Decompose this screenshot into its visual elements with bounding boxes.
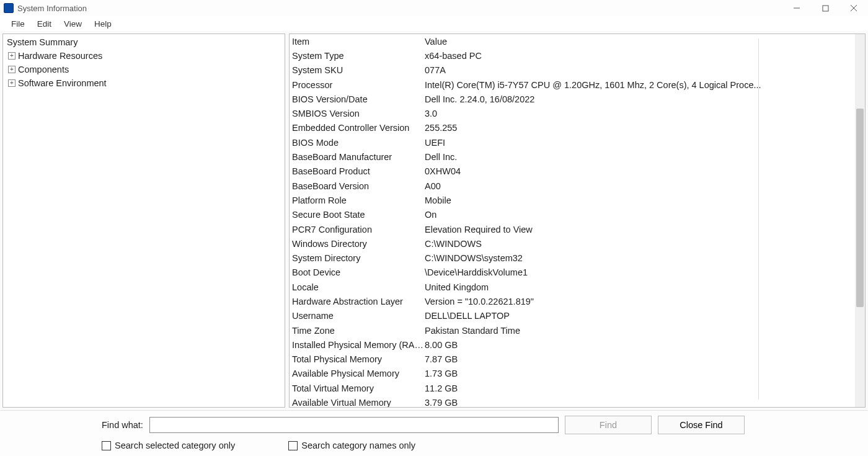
titlebar[interactable]: System Information bbox=[0, 0, 868, 16]
find-bar: Find what: Find Close Find Search select… bbox=[0, 410, 868, 456]
tree-item-software-environment[interactable]: + Software Environment bbox=[3, 76, 285, 90]
grid-row[interactable]: BaseBoard ManufacturerDell Inc. bbox=[290, 150, 855, 164]
column-header-item[interactable]: Item bbox=[290, 37, 425, 47]
grid-row[interactable]: PCR7 ConfigurationElevation Required to … bbox=[290, 222, 855, 236]
cell-item: Windows Directory bbox=[290, 239, 425, 249]
menu-file[interactable]: File bbox=[5, 18, 31, 30]
cell-value: 0XHW04 bbox=[425, 166, 855, 176]
grid-header-row[interactable]: Item Value bbox=[290, 34, 855, 48]
tree-item-system-summary[interactable]: System Summary bbox=[3, 35, 285, 49]
checkbox-selected-category[interactable]: Search selected category only bbox=[102, 440, 235, 450]
tree-label: Software Environment bbox=[18, 78, 107, 88]
cell-item: SMBIOS Version bbox=[290, 109, 425, 118]
vertical-scrollbar[interactable] bbox=[855, 34, 865, 407]
cell-item: Embedded Controller Version bbox=[290, 123, 425, 133]
expand-icon[interactable]: + bbox=[8, 66, 16, 73]
find-input[interactable] bbox=[149, 417, 559, 433]
category-tree[interactable]: System Summary + Hardware Resources + Co… bbox=[2, 34, 285, 408]
menu-view[interactable]: View bbox=[58, 18, 88, 30]
column-header-value[interactable]: Value bbox=[425, 37, 855, 47]
cell-value: Dell Inc. bbox=[425, 152, 855, 162]
minimize-button[interactable] bbox=[782, 0, 811, 16]
cell-value: UEFI bbox=[425, 138, 855, 148]
cell-value: 1.73 GB bbox=[425, 369, 855, 378]
grid-row[interactable]: Installed Physical Memory (RAM)8.00 GB bbox=[290, 338, 855, 352]
find-button[interactable]: Find bbox=[565, 416, 652, 434]
grid-row[interactable]: System Typex64-based PC bbox=[290, 48, 855, 63]
tree-item-hardware-resources[interactable]: + Hardware Resources bbox=[3, 49, 285, 63]
menubar: File Edit View Help bbox=[0, 16, 868, 31]
grid-row[interactable]: BaseBoard VersionA00 bbox=[290, 179, 855, 193]
cell-value: Pakistan Standard Time bbox=[425, 326, 855, 336]
checkbox-icon bbox=[288, 441, 298, 450]
cell-item: Secure Boot State bbox=[290, 210, 425, 220]
app-icon bbox=[4, 3, 14, 13]
cell-value: \Device\HarddiskVolume1 bbox=[425, 267, 855, 277]
scrollbar-thumb[interactable] bbox=[856, 109, 864, 307]
grid-row[interactable]: Windows DirectoryC:\WINDOWS bbox=[290, 236, 855, 251]
menu-help[interactable]: Help bbox=[88, 18, 118, 30]
grid-row[interactable]: BIOS Version/DateDell Inc. 2.24.0, 16/08… bbox=[290, 92, 855, 106]
grid-row[interactable]: System DirectoryC:\WINDOWS\system32 bbox=[290, 251, 855, 265]
cell-item: BaseBoard Product bbox=[290, 166, 425, 176]
cell-item: System SKU bbox=[290, 65, 425, 75]
expand-icon[interactable]: + bbox=[8, 79, 16, 87]
cell-item: Total Virtual Memory bbox=[290, 383, 425, 393]
tree-item-components[interactable]: + Components bbox=[3, 63, 285, 76]
expand-icon[interactable]: + bbox=[8, 52, 16, 60]
grid-row[interactable]: Secure Boot StateOn bbox=[290, 208, 855, 222]
grid-row[interactable]: Time ZonePakistan Standard Time bbox=[290, 323, 855, 338]
cell-value: United Kingdom bbox=[425, 282, 855, 292]
grid-row[interactable]: Available Physical Memory1.73 GB bbox=[290, 367, 855, 381]
checkbox-label: Search category names only bbox=[301, 440, 415, 450]
grid-row[interactable]: SMBIOS Version3.0 bbox=[290, 106, 855, 120]
cell-value: Version = "10.0.22621.819" bbox=[425, 297, 855, 306]
grid-row[interactable]: Total Virtual Memory11.2 GB bbox=[290, 381, 855, 395]
grid-row[interactable]: Total Physical Memory7.87 GB bbox=[290, 352, 855, 367]
cell-value: 3.79 GB bbox=[425, 398, 855, 407]
checkbox-label: Search selected category only bbox=[115, 440, 235, 450]
cell-value: 11.2 GB bbox=[425, 383, 855, 393]
close-button[interactable] bbox=[839, 0, 868, 16]
grid-row[interactable]: Boot Device\Device\HarddiskVolume1 bbox=[290, 266, 855, 280]
close-find-button[interactable]: Close Find bbox=[658, 416, 745, 434]
cell-item: BIOS Version/Date bbox=[290, 94, 425, 104]
cell-value: x64-based PC bbox=[425, 51, 855, 61]
grid-row[interactable]: Hardware Abstraction LayerVersion = "10.… bbox=[290, 294, 855, 308]
grid-row[interactable]: UsernameDELL\DELL LAPTOP bbox=[290, 309, 855, 323]
svg-rect-1 bbox=[823, 6, 828, 11]
cell-value: 3.0 bbox=[425, 109, 855, 118]
cell-item: Total Physical Memory bbox=[290, 354, 425, 364]
grid-row[interactable]: BaseBoard Product0XHW04 bbox=[290, 164, 855, 179]
grid-row[interactable]: LocaleUnited Kingdom bbox=[290, 280, 855, 294]
cell-value: 8.00 GB bbox=[425, 340, 855, 350]
cell-value: Dell Inc. 2.24.0, 16/08/2022 bbox=[425, 94, 855, 104]
cell-item: Available Virtual Memory bbox=[290, 398, 425, 407]
grid-row[interactable]: Available Virtual Memory3.79 GB bbox=[290, 395, 855, 407]
app-window: System Information File Edit View Help S… bbox=[0, 0, 868, 456]
maximize-button[interactable] bbox=[811, 0, 839, 16]
grid-row[interactable]: Platform RoleMobile bbox=[290, 193, 855, 207]
cell-item: Hardware Abstraction Layer bbox=[290, 297, 425, 306]
menu-edit[interactable]: Edit bbox=[31, 18, 58, 30]
cell-item: Boot Device bbox=[290, 267, 425, 277]
find-label: Find what: bbox=[102, 420, 143, 430]
column-divider bbox=[758, 38, 759, 400]
cell-item: Installed Physical Memory (RAM) bbox=[290, 340, 425, 350]
cell-value: 077A bbox=[425, 65, 855, 75]
cell-item: BaseBoard Version bbox=[290, 181, 425, 191]
cell-value: C:\WINDOWS\system32 bbox=[425, 253, 855, 263]
cell-item: System Type bbox=[290, 51, 425, 61]
cell-item: BIOS Mode bbox=[290, 138, 425, 148]
cell-item: Locale bbox=[290, 282, 425, 292]
checkbox-category-names[interactable]: Search category names only bbox=[288, 440, 415, 450]
grid-row[interactable]: Embedded Controller Version255.255 bbox=[290, 121, 855, 135]
detail-pane: Item Value System Typex64-based PCSystem… bbox=[289, 34, 866, 408]
grid-row[interactable]: System SKU077A bbox=[290, 63, 855, 78]
detail-grid[interactable]: Item Value System Typex64-based PCSystem… bbox=[290, 34, 855, 407]
grid-row[interactable]: BIOS ModeUEFI bbox=[290, 135, 855, 150]
cell-item: Available Physical Memory bbox=[290, 369, 425, 378]
grid-row[interactable]: ProcessorIntel(R) Core(TM) i5-7Y57 CPU @… bbox=[290, 78, 855, 92]
cell-value: Mobile bbox=[425, 195, 855, 205]
cell-value: On bbox=[425, 210, 855, 220]
